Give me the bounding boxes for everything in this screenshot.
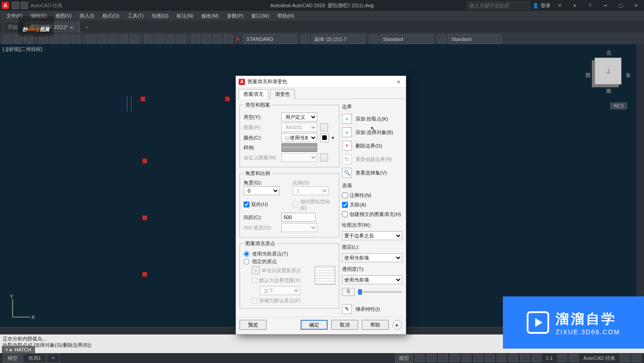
help-icon[interactable]: ? [584, 1, 596, 10]
vertical-scrollbar[interactable] [637, 44, 644, 334]
tab-new-button[interactable]: ＋ [81, 22, 93, 32]
wcs-badge[interactable]: WCS [610, 103, 627, 109]
grip-handle[interactable] [140, 96, 146, 102]
color-swatch-button[interactable] [320, 133, 329, 142]
help-button[interactable]: 帮助 [362, 320, 389, 330]
viewcube-face[interactable]: 上 [595, 58, 622, 85]
status-btn[interactable] [415, 354, 425, 362]
menu-draw[interactable]: 绘图(D) [148, 12, 172, 20]
viewcube[interactable]: 北 南 西 东 上 [586, 49, 631, 107]
drawing-canvas[interactable] [0, 44, 135, 112]
compass-south[interactable]: 南 [606, 88, 611, 94]
compass-west[interactable]: 西 [586, 72, 591, 79]
preview-button[interactable]: 预览 [240, 320, 266, 330]
slider-thumb[interactable] [358, 289, 362, 295]
status-btn[interactable] [497, 354, 506, 362]
tool-btn[interactable] [202, 35, 211, 44]
tool-btn[interactable] [86, 35, 95, 44]
add-pick-button[interactable]: ＋ [342, 114, 352, 124]
tab-gradient[interactable]: 渐变色 [270, 89, 295, 99]
menu-dim[interactable]: 标注(N) [173, 12, 197, 20]
status-btn[interactable] [569, 354, 579, 362]
transp-slider[interactable] [357, 291, 402, 293]
tool-btn[interactable] [97, 35, 106, 44]
origin-spec-radio[interactable] [244, 259, 249, 264]
tool-btn[interactable] [224, 35, 233, 44]
tool-btn[interactable] [71, 35, 80, 44]
tool-btn[interactable] [213, 35, 222, 44]
tool-btn[interactable] [119, 35, 128, 44]
status-model-label[interactable]: 模型 [395, 354, 413, 363]
cancel-button[interactable]: 取消 [331, 320, 358, 330]
qat-btn[interactable] [12, 2, 19, 9]
status-btn[interactable] [557, 354, 567, 362]
separate-checkbox[interactable] [342, 211, 348, 217]
menu-param[interactable]: 参数(P) [223, 12, 247, 20]
menu-help[interactable]: 帮助(H) [274, 12, 298, 20]
chevron-down-icon[interactable]: ▾ [332, 135, 334, 141]
tool-btn[interactable] [61, 35, 70, 44]
origin-current-radio[interactable] [244, 251, 249, 257]
workspace-label[interactable]: AutoCAD 经典 [581, 355, 618, 362]
close-button[interactable]: ✕ [630, 1, 642, 10]
color-combo[interactable]: □ 使用当前项 [281, 133, 317, 142]
maximize-button[interactable]: ▢ [614, 1, 627, 10]
app-menu-icon[interactable]: ▾ [568, 1, 581, 10]
layout-tab-plus[interactable]: + [47, 354, 59, 363]
menu-insert[interactable]: 插入(I) [76, 12, 98, 20]
mleader-style-combo[interactable]: Standard [448, 34, 502, 44]
status-btn[interactable] [438, 354, 448, 362]
tool-btn[interactable] [3, 35, 12, 44]
quick-access-toolbar[interactable] [12, 2, 28, 9]
grip-handle[interactable] [225, 96, 230, 102]
grip-handle[interactable] [142, 215, 147, 220]
inherit-button[interactable]: ✎ [342, 304, 352, 314]
dialog-titlebar[interactable]: A 图案填充和渐变色 × [236, 76, 406, 88]
status-btn[interactable] [520, 354, 530, 362]
expand-dialog-button[interactable]: ▸ [392, 320, 402, 330]
double-checkbox[interactable] [244, 202, 249, 207]
status-btn[interactable] [631, 354, 641, 362]
tab-close-icon[interactable]: × [70, 25, 73, 30]
tab-hatch[interactable]: 图案填充 [239, 89, 268, 99]
login-button[interactable]: 👤 登录 [533, 2, 551, 9]
table-style-combo[interactable]: Standard [380, 34, 434, 44]
spacing-input[interactable] [281, 213, 315, 222]
status-btn[interactable] [485, 354, 495, 362]
status-btn[interactable] [532, 354, 542, 362]
associative-checkbox[interactable] [342, 202, 348, 208]
tool-btn[interactable] [155, 35, 164, 44]
compass-east[interactable]: 东 [626, 72, 631, 79]
help-search-input[interactable] [467, 1, 530, 9]
grip-handle[interactable] [142, 158, 147, 164]
annotative-checkbox[interactable] [342, 193, 348, 198]
menu-format[interactable]: 格式(O) [99, 12, 123, 20]
tool-btn[interactable] [177, 35, 186, 44]
status-btn[interactable] [450, 354, 460, 362]
layout-tab-model[interactable]: 模型 [3, 354, 22, 363]
type-combo[interactable]: 用户定义 [281, 112, 317, 121]
layout-tab-1[interactable]: 布局1 [23, 354, 46, 363]
text-style-combo[interactable]: STANDARD [243, 34, 297, 44]
angle-combo[interactable]: 0 [244, 186, 280, 195]
command-tag-close-icon[interactable]: × [5, 346, 8, 353]
tool-btn[interactable] [437, 35, 446, 44]
menu-modify[interactable]: 修改(M) [198, 12, 222, 20]
menu-view[interactable]: 视图(V) [52, 12, 76, 20]
compass-north[interactable]: 北 [606, 49, 611, 56]
dim-style-combo[interactable]: 副本 (2) (2)1-7 [311, 34, 365, 44]
tool-btn[interactable] [166, 35, 175, 44]
pattern-preview[interactable] [281, 143, 317, 152]
ok-button[interactable]: 确定 [301, 320, 328, 330]
status-btn[interactable] [426, 354, 436, 362]
tool-btn[interactable] [144, 35, 153, 44]
status-btn[interactable] [620, 354, 630, 362]
view-selection-button[interactable]: 🔍 [342, 168, 352, 178]
status-btn[interactable] [473, 354, 483, 362]
minimize-button[interactable]: ━ [599, 1, 612, 10]
remove-boundary-button[interactable]: × [342, 141, 352, 151]
menu-tools[interactable]: 工具(T) [124, 12, 147, 20]
add-select-button[interactable]: ＋ [342, 127, 352, 137]
tool-btn[interactable] [108, 35, 117, 44]
grip-handle[interactable] [142, 272, 147, 277]
